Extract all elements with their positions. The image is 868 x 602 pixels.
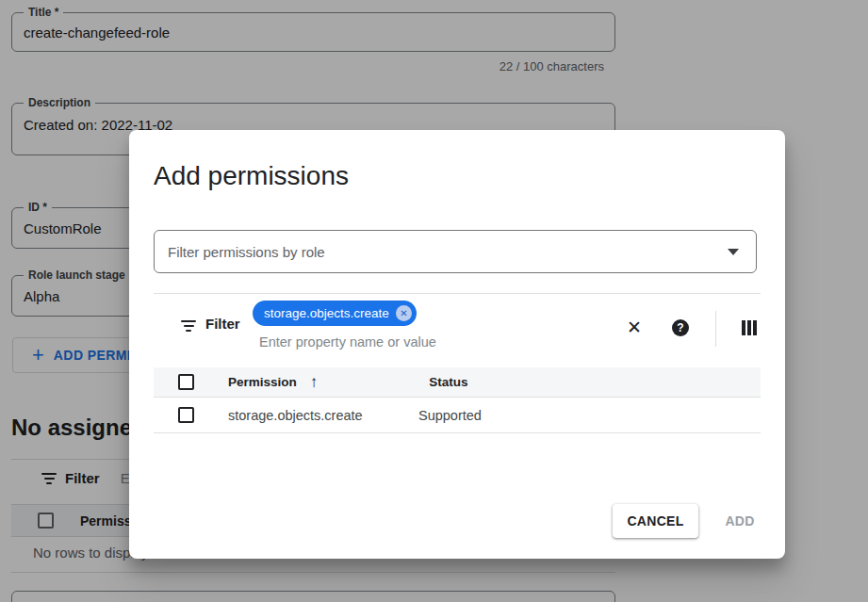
status-column-header[interactable]: Status: [429, 375, 467, 389]
row-checkbox[interactable]: [178, 407, 194, 423]
create-role-screen: Title * create-changefeed-role 22 / 100 …: [0, 0, 868, 602]
chip-label: storage.objects.create: [264, 306, 389, 320]
help-icon[interactable]: ?: [672, 319, 689, 336]
add-button[interactable]: ADD: [713, 504, 766, 538]
filter-icon: [180, 320, 197, 332]
add-permissions-dialog: Add permissions Filter permissions by ro…: [129, 130, 785, 559]
permission-column-header[interactable]: Permission: [228, 375, 297, 389]
dialog-filter-toolbar: Filter storage.objects.create ✕ Enter pr…: [154, 294, 761, 367]
permission-cell: storage.objects.create: [228, 408, 418, 423]
sort-ascending-icon[interactable]: ↑: [310, 373, 319, 392]
chip-remove-icon[interactable]: ✕: [396, 305, 412, 321]
dialog-filter-label: Filter: [205, 316, 240, 332]
toolbar-vertical-divider: [715, 311, 716, 347]
dialog-filter-input[interactable]: Enter property name or value: [259, 334, 436, 350]
clear-filter-icon[interactable]: ✕: [623, 317, 646, 339]
table-row[interactable]: storage.objects.create Supported: [154, 398, 761, 433]
status-cell: Supported: [418, 408, 482, 423]
column-display-icon[interactable]: [742, 320, 757, 335]
dialog-table-header: Permission ↑ Status: [154, 367, 761, 398]
select-all-checkbox[interactable]: [178, 374, 194, 390]
permission-filter-chip[interactable]: storage.objects.create ✕: [253, 301, 417, 326]
cancel-button[interactable]: CANCEL: [613, 504, 698, 538]
dropdown-arrow-icon: [728, 249, 739, 255]
role-filter-dropdown[interactable]: Filter permissions by role: [154, 230, 757, 273]
dialog-title: Add permissions: [154, 161, 349, 191]
role-filter-placeholder: Filter permissions by role: [168, 244, 728, 260]
